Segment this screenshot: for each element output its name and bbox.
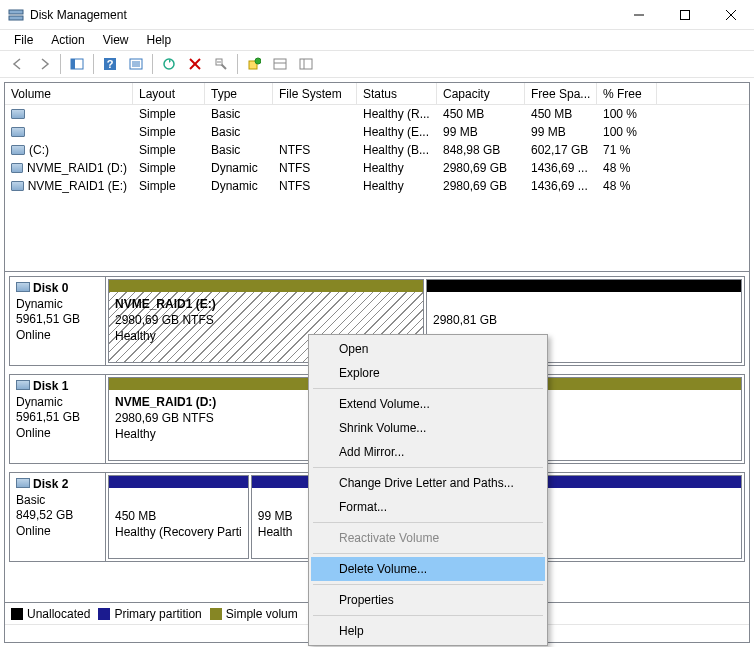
col-pctfree[interactable]: % Free [597, 83, 657, 104]
back-button[interactable] [6, 53, 30, 75]
menu-bar: File Action View Help [0, 30, 754, 50]
svg-rect-1 [9, 16, 23, 20]
menu-help[interactable]: Help [139, 31, 180, 49]
svg-point-20 [255, 58, 261, 64]
volume-icon [11, 109, 25, 119]
svg-rect-0 [9, 10, 23, 14]
app-icon [8, 7, 24, 23]
volume-row[interactable]: Simple Basic Healthy (R... 450 MB 450 MB… [5, 105, 749, 123]
legend-unallocated: Unallocated [11, 607, 90, 621]
svg-rect-21 [274, 59, 286, 69]
title-bar: Disk Management [0, 0, 754, 30]
disk-info[interactable]: Disk 0 Dynamic 5961,51 GB Online [10, 277, 106, 365]
legend-primary: Primary partition [98, 607, 201, 621]
col-layout[interactable]: Layout [133, 83, 205, 104]
properties-button[interactable] [209, 53, 233, 75]
action-list-button[interactable] [124, 53, 148, 75]
volume-list: Volume Layout Type File System Status Ca… [5, 83, 749, 272]
volume-icon [11, 163, 23, 173]
legend-simple: Simple volum [210, 607, 298, 621]
svg-rect-23 [300, 59, 312, 69]
context-menu-item: Reactivate Volume [311, 526, 545, 550]
partition-body: 99 MB Health [252, 488, 310, 558]
volume-view-button[interactable] [268, 53, 292, 75]
volume-row[interactable]: NVME_RAID1 (E:) Simple Dynamic NTFS Heal… [5, 177, 749, 195]
volume-row[interactable]: Simple Basic Healthy (E... 99 MB 99 MB 1… [5, 123, 749, 141]
col-filesystem[interactable]: File System [273, 83, 357, 104]
context-menu-separator [313, 584, 543, 585]
context-menu-separator [313, 553, 543, 554]
help-button[interactable]: ? [98, 53, 122, 75]
partition-stripe [109, 280, 423, 292]
context-menu-item[interactable]: Open [311, 337, 545, 361]
volume-row[interactable]: NVME_RAID1 (D:) Simple Dynamic NTFS Heal… [5, 159, 749, 177]
partition-stripe [427, 280, 741, 292]
context-menu-item[interactable]: Format... [311, 495, 545, 519]
partition-body: 450 MB Healthy (Recovery Parti [109, 488, 248, 558]
toolbar: ? [0, 50, 754, 78]
col-free[interactable]: Free Spa... [525, 83, 597, 104]
context-menu-item[interactable]: Explore [311, 361, 545, 385]
menu-view[interactable]: View [95, 31, 137, 49]
maximize-button[interactable] [662, 0, 708, 30]
partition-stripe [109, 476, 248, 488]
partition[interactable]: 450 MB Healthy (Recovery Parti [108, 475, 249, 559]
context-menu-item[interactable]: Help [311, 619, 545, 643]
svg-text:?: ? [107, 58, 114, 70]
menu-file[interactable]: File [6, 31, 41, 49]
context-menu-item[interactable]: Shrink Volume... [311, 416, 545, 440]
close-button[interactable] [708, 0, 754, 30]
show-hide-console-tree-button[interactable] [65, 53, 89, 75]
window-title: Disk Management [30, 8, 616, 22]
disk-icon [16, 282, 30, 292]
menu-action[interactable]: Action [43, 31, 92, 49]
col-volume[interactable]: Volume [5, 83, 133, 104]
context-menu-separator [313, 522, 543, 523]
disk-view-button[interactable] [294, 53, 318, 75]
context-menu-item[interactable]: Properties [311, 588, 545, 612]
svg-rect-3 [681, 10, 690, 19]
disk-icon [16, 380, 30, 390]
context-menu-separator [313, 388, 543, 389]
context-menu-separator [313, 467, 543, 468]
volume-icon [11, 127, 25, 137]
volume-icon [11, 145, 25, 155]
col-capacity[interactable]: Capacity [437, 83, 525, 104]
partition-stripe [252, 476, 310, 488]
refresh-button[interactable] [157, 53, 181, 75]
new-volume-button[interactable] [242, 53, 266, 75]
context-menu: OpenExploreExtend Volume...Shrink Volume… [308, 334, 548, 646]
context-menu-item[interactable]: Extend Volume... [311, 392, 545, 416]
delete-button[interactable] [183, 53, 207, 75]
disk-info[interactable]: Disk 1 Dynamic 5961,51 GB Online [10, 375, 106, 463]
col-status[interactable]: Status [357, 83, 437, 104]
col-type[interactable]: Type [205, 83, 273, 104]
volume-icon [11, 181, 24, 191]
volume-list-header: Volume Layout Type File System Status Ca… [5, 83, 749, 105]
disk-icon [16, 478, 30, 488]
svg-rect-7 [71, 59, 75, 69]
context-menu-item[interactable]: Delete Volume... [311, 557, 545, 581]
context-menu-item[interactable]: Change Drive Letter and Paths... [311, 471, 545, 495]
forward-button[interactable] [32, 53, 56, 75]
window-controls [616, 0, 754, 30]
context-menu-item[interactable]: Add Mirror... [311, 440, 545, 464]
context-menu-separator [313, 615, 543, 616]
partition[interactable]: 99 MB Health [251, 475, 311, 559]
volume-row[interactable]: (C:) Simple Basic NTFS Healthy (B... 848… [5, 141, 749, 159]
minimize-button[interactable] [616, 0, 662, 30]
disk-info[interactable]: Disk 2 Basic 849,52 GB Online [10, 473, 106, 561]
